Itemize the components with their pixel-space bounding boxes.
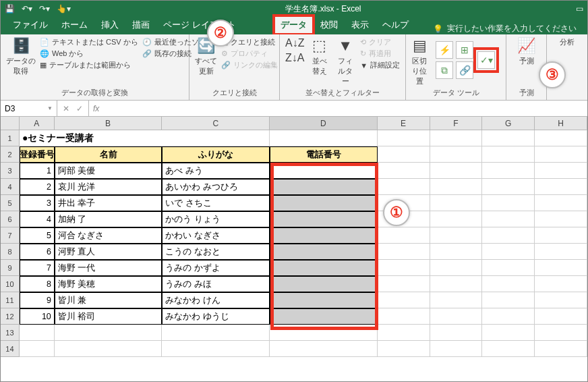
cell[interactable] — [535, 146, 587, 163]
advanced-button[interactable]: ▼詳細設定 — [360, 60, 400, 70]
cell[interactable] — [378, 146, 430, 163]
clear-button[interactable]: ⟲クリア — [360, 37, 400, 47]
cell[interactable] — [430, 292, 483, 308]
cell[interactable] — [482, 341, 535, 357]
cell[interactable] — [378, 130, 430, 146]
cell-phone[interactable] — [270, 260, 378, 276]
name-box[interactable]: D3▼ — [1, 101, 57, 116]
cell[interactable] — [430, 195, 483, 211]
forecast-button[interactable]: 📈予測 — [512, 37, 541, 66]
tab-insert[interactable]: 挿入 — [94, 16, 125, 34]
cell[interactable] — [482, 292, 535, 308]
cell[interactable] — [378, 179, 430, 195]
hdr-kana[interactable]: ふりがな — [162, 146, 270, 163]
cell[interactable] — [430, 179, 483, 195]
cell-name[interactable]: 海野 一代 — [55, 260, 163, 276]
cell[interactable] — [535, 260, 587, 276]
cell[interactable] — [482, 325, 535, 341]
cell-id[interactable]: 2 — [20, 179, 55, 195]
cell-id[interactable]: 5 — [20, 227, 55, 244]
cell[interactable] — [482, 179, 535, 195]
cell-phone[interactable] — [270, 195, 378, 211]
row-header[interactable]: 9 — [1, 260, 20, 276]
cell-id[interactable]: 3 — [20, 195, 55, 211]
row-header[interactable]: 12 — [1, 308, 20, 325]
row-header[interactable]: 11 — [1, 292, 20, 308]
cell[interactable] — [162, 130, 270, 146]
cell[interactable] — [20, 325, 55, 341]
cell-kana[interactable]: いで さちこ — [162, 195, 270, 211]
cell[interactable] — [378, 292, 430, 308]
row-header[interactable]: 13 — [1, 325, 20, 341]
column-header-G[interactable]: G — [482, 117, 535, 130]
column-header-H[interactable]: H — [535, 117, 587, 130]
cell-name[interactable]: 海野 美穂 — [55, 276, 163, 292]
tell-me-search[interactable]: 💡 実行したい作業を入力してください — [433, 23, 582, 34]
tab-draw[interactable]: 描画 — [125, 16, 156, 34]
tab-data[interactable]: データ — [274, 16, 314, 34]
sort-button[interactable]: ⬚並べ替え — [308, 37, 330, 76]
cell[interactable] — [482, 195, 535, 211]
cell-phone[interactable] — [270, 211, 378, 227]
cell[interactable] — [270, 341, 378, 357]
cell[interactable] — [482, 308, 535, 325]
edit-links-button[interactable]: 🔗リンクの編集 — [221, 60, 278, 70]
remove-dup-button[interactable]: ⧉ — [436, 61, 453, 79]
cell-kana[interactable]: かわい なぎさ — [162, 227, 270, 244]
tab-file[interactable]: ファイル — [6, 16, 55, 34]
cell[interactable] — [430, 308, 483, 325]
cell-phone[interactable] — [270, 276, 378, 292]
cell[interactable] — [378, 325, 430, 341]
data-validation-button[interactable]: ✓▾ — [477, 51, 495, 69]
cell[interactable] — [270, 130, 378, 146]
column-header-F[interactable]: F — [430, 117, 483, 130]
cell-kana[interactable]: あいかわ みつひろ — [162, 179, 270, 195]
row-header[interactable]: 4 — [1, 179, 20, 195]
tab-view[interactable]: 表示 — [345, 16, 376, 34]
relationships-button[interactable]: 🔗 — [456, 61, 473, 79]
cell[interactable] — [482, 227, 535, 244]
cell[interactable] — [55, 341, 163, 357]
enter-icon[interactable]: ✓ — [76, 104, 83, 113]
row-header[interactable]: 2 — [1, 146, 20, 163]
cancel-icon[interactable]: ✕ — [63, 104, 69, 113]
cell-name[interactable]: 加納 了 — [55, 211, 163, 227]
tab-help[interactable]: ヘルプ — [376, 16, 415, 34]
cell-name[interactable]: 井出 幸子 — [55, 195, 163, 211]
cell[interactable] — [430, 227, 483, 244]
cell[interactable] — [20, 341, 55, 357]
column-header-A[interactable]: A — [20, 117, 55, 130]
tab-home[interactable]: ホーム — [55, 16, 94, 34]
cell[interactable] — [482, 260, 535, 276]
row-header[interactable]: 10 — [1, 276, 20, 292]
cell[interactable] — [535, 211, 587, 227]
row-header[interactable]: 14 — [1, 341, 20, 357]
cell[interactable] — [535, 325, 587, 341]
from-range-button[interactable]: ▦テーブルまたは範囲から — [40, 60, 138, 70]
flash-fill-button[interactable]: ⚡ — [436, 41, 453, 59]
cell[interactable] — [482, 146, 535, 163]
cell-id[interactable]: 4 — [20, 211, 55, 227]
cell[interactable] — [535, 163, 587, 179]
cell[interactable] — [378, 341, 430, 357]
hdr-phone[interactable]: 電話番号 — [270, 146, 378, 163]
cell-kana[interactable]: こうの なおと — [162, 244, 270, 260]
cell[interactable] — [482, 130, 535, 146]
cell-name[interactable]: 皆川 兼 — [55, 292, 163, 308]
cell-phone[interactable] — [270, 292, 378, 308]
cell-kana[interactable]: うみの みほ — [162, 276, 270, 292]
cell-phone[interactable] — [270, 227, 378, 244]
cell[interactable] — [430, 260, 483, 276]
cell[interactable] — [535, 292, 587, 308]
cell-id[interactable]: 6 — [20, 244, 55, 260]
row-header[interactable]: 8 — [1, 244, 20, 260]
redo-icon[interactable]: ↷▾ — [39, 4, 50, 13]
cell-id[interactable]: 7 — [20, 260, 55, 276]
reapply-button[interactable]: ↻再適用 — [360, 49, 400, 59]
cell-name[interactable]: 哀川 光洋 — [55, 179, 163, 195]
cell[interactable] — [535, 341, 587, 357]
cell-id[interactable]: 10 — [20, 308, 55, 325]
row-header[interactable]: 7 — [1, 227, 20, 244]
cell[interactable] — [378, 260, 430, 276]
cell[interactable] — [430, 211, 483, 227]
